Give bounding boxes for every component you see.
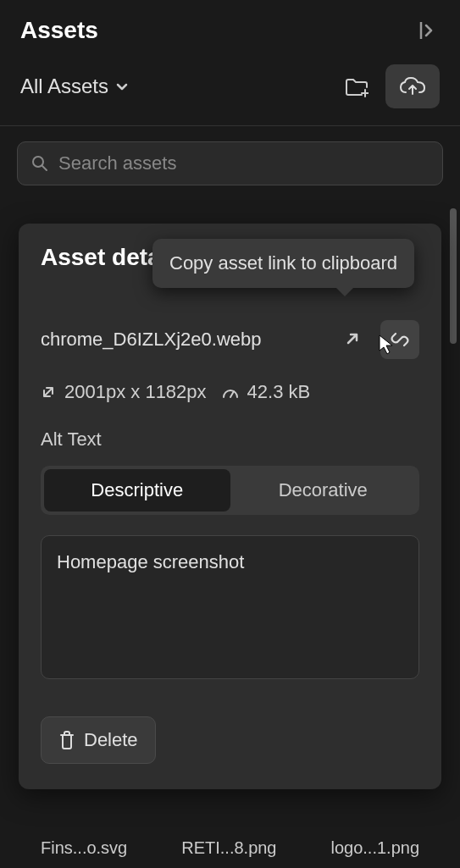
external-link-icon [343, 331, 360, 348]
search-input[interactable] [58, 152, 429, 174]
asset-details-panel: Asset details chrome_D6IZLXj2e0.webp 200… [19, 224, 441, 789]
tooltip: Copy asset link to clipboard [152, 239, 414, 288]
new-folder-button[interactable] [338, 68, 375, 105]
filesize-value: 42.3 kB [247, 381, 311, 403]
svg-line-4 [42, 166, 47, 170]
collapse-panel-button[interactable] [416, 17, 440, 44]
folder-dropdown-label: All Assets [20, 75, 108, 98]
alt-text-tabs: Descriptive Decorative [41, 466, 419, 515]
search-icon [31, 155, 48, 172]
tab-decorative[interactable]: Decorative [230, 469, 417, 511]
svg-point-3 [33, 157, 43, 167]
page-title: Assets [20, 17, 98, 44]
alt-text-input[interactable] [41, 535, 419, 679]
dimensions-info: 2001px x 1182px [41, 381, 207, 403]
copy-link-button[interactable] [380, 320, 419, 359]
cloud-upload-icon [399, 75, 426, 97]
dimensions-icon [41, 384, 56, 400]
chevron-down-icon [115, 80, 129, 93]
folder-dropdown[interactable]: All Assets [20, 75, 129, 98]
delete-button-label: Delete [84, 729, 138, 751]
folder-plus-icon [345, 75, 369, 97]
dimensions-value: 2001px x 1182px [64, 381, 207, 403]
tab-descriptive[interactable]: Descriptive [44, 469, 230, 511]
svg-line-5 [230, 391, 234, 397]
panel-collapse-icon [419, 20, 436, 41]
search-box[interactable] [17, 141, 443, 185]
trash-icon [58, 731, 75, 749]
thumbnail-label[interactable]: Fins...o.svg [41, 838, 127, 858]
delete-button[interactable]: Delete [41, 716, 156, 764]
filesize-info: 42.3 kB [222, 381, 311, 403]
thumbnail-label[interactable]: RETI...8.png [181, 838, 276, 858]
open-external-button[interactable] [335, 323, 369, 357]
gauge-icon [222, 384, 239, 400]
thumbnail-label[interactable]: logo...1.png [330, 838, 419, 858]
alt-text-label: Alt Text [41, 428, 419, 451]
asset-filename: chrome_D6IZLXj2e0.webp [41, 329, 323, 351]
scrollbar[interactable] [450, 208, 457, 344]
upload-button[interactable] [385, 64, 440, 108]
link-icon [391, 330, 409, 349]
